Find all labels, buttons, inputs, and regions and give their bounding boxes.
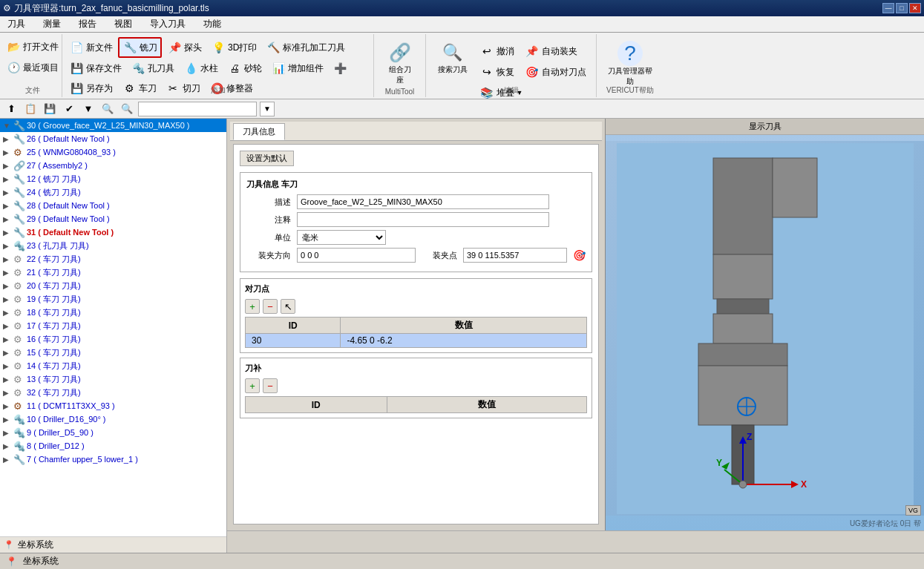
offset-remove-button[interactable]: − [263, 299, 278, 314]
tree-expand-15[interactable]: ▶ [3, 349, 13, 357]
undo-button[interactable]: ↩ 撤消 [476, 42, 518, 61]
tree-item-9[interactable]: ▶ 🔩 9 ( Driller_D5_90 ) [0, 426, 226, 439]
tree-expand-12[interactable]: ▶ [3, 175, 13, 183]
tree-item-14[interactable]: ▶ ⚙ 14 ( 车刀 刀具) [0, 359, 226, 372]
search-dropdown[interactable]: ▼ [260, 102, 275, 116]
title-bar-controls[interactable]: — □ ✕ [882, 3, 921, 13]
tree-expand-23[interactable]: ▶ [3, 242, 13, 250]
tree-expand-14[interactable]: ▶ [3, 362, 13, 370]
attach-target-icon[interactable]: 🎯 [573, 249, 586, 261]
tree-item-7[interactable]: ▶ 🔧 7 ( Chamfer upper_5 lower_1 ) [0, 453, 226, 466]
saveas-button[interactable]: 💾 另存为 [65, 79, 117, 98]
comp-remove-button[interactable]: − [263, 378, 278, 393]
tree-expand-25[interactable]: ▶ [3, 148, 13, 157]
probe-button[interactable]: 📌 探头 [163, 37, 206, 58]
redo-button[interactable]: ↪ 恢复 [476, 62, 518, 82]
orient-input[interactable] [297, 248, 416, 263]
close-button[interactable]: ✕ [909, 3, 921, 13]
tree-item-28[interactable]: ▶ 🔧 28 ( Default New Tool ) [0, 199, 226, 212]
tree-item-13[interactable]: ▶ ⚙ 13 ( 车刀 刀具) [0, 372, 226, 386]
menu-measure[interactable]: 测量 [39, 16, 65, 32]
tree-item-30[interactable]: ▼ 🔧 30 ( Groove_face_W2_L25_MIN30_MAX50 … [0, 119, 226, 132]
tree-expand-26[interactable]: ▶ [3, 135, 13, 143]
toolbar2-btn-1[interactable]: ⬆ [3, 101, 19, 117]
tree-item-26[interactable]: ▶ 🔧 26 ( Default New Tool ) [0, 132, 226, 145]
toolbar2-btn-4[interactable]: ✔ [61, 101, 77, 117]
tree-expand-31[interactable]: ▶ [3, 228, 13, 237]
menu-view[interactable]: 视图 [110, 16, 137, 32]
tree-expand-13[interactable]: ▶ [3, 375, 13, 384]
tree-expand-32[interactable]: ▶ [3, 389, 13, 397]
tree-expand-10[interactable]: ▶ [3, 415, 13, 424]
offset-add-button[interactable]: + [245, 299, 260, 314]
tree-item-23[interactable]: ▶ 🔩 23 ( 孔刀具 刀具) [0, 239, 226, 252]
tree-expand-22[interactable]: ▶ [3, 255, 13, 263]
menu-import[interactable]: 导入刀具 [145, 16, 190, 32]
lathe-tool-button[interactable]: ⚙ 车刀 [118, 79, 160, 98]
auto-offset-button[interactable]: 🎯 自动对刀点 [521, 62, 590, 82]
tree-expand-28[interactable]: ▶ [3, 202, 13, 210]
toolbar2-btn-5[interactable]: ▼ [80, 101, 96, 117]
tree-expand-11[interactable]: ▶ [3, 402, 13, 410]
toolbar2-btn-2[interactable]: 📋 [22, 101, 39, 117]
tree-item-18[interactable]: ▶ ⚙ 18 ( 车刀 刀具) [0, 306, 226, 319]
tree-expand-18[interactable]: ▶ [3, 309, 13, 317]
tree-item-8[interactable]: ▶ 🔩 8 ( Driller_D12 ) [0, 439, 226, 453]
offset-cursor-button[interactable]: ↖ [281, 299, 295, 314]
stack-button[interactable]: 📚 堆叠 ▼ [476, 83, 527, 102]
desc-input[interactable] [297, 194, 549, 209]
recent-items-button[interactable]: 🕐 最近项目 [2, 58, 62, 77]
auto-clamp-button[interactable]: 📌 自动装夹 [521, 42, 581, 61]
tree-item-25[interactable]: ▶ ⚙ 25 ( WNMG080408_93 ) [0, 145, 226, 159]
water-button[interactable]: 💧 水柱 [180, 59, 222, 78]
tree-expand-7[interactable]: ▶ [3, 455, 13, 464]
save-file-button[interactable]: 💾 保存文件 [65, 59, 125, 78]
attach-input[interactable] [463, 248, 567, 263]
tree-item-11[interactable]: ▶ ⚙ 11 ( DCMT11T3XX_93 ) [0, 399, 226, 412]
tree-expand-27[interactable]: ▶ [3, 162, 13, 170]
tree-item-27[interactable]: ▶ 🔗 27 ( Assembly2 ) [0, 159, 226, 172]
mill-tool-button[interactable]: 🔧 铣刀 [118, 37, 162, 58]
tree-expand-29[interactable]: ▶ [3, 215, 13, 223]
tab-tool-info[interactable]: 刀具信息 [233, 123, 285, 140]
cut-button[interactable]: ✂ 切刀 [162, 79, 204, 98]
toolbar2-btn-3[interactable]: 💾 [42, 101, 58, 117]
coordinate-system-section[interactable]: 📍 坐标系统 [0, 536, 226, 553]
tree-item-10[interactable]: ▶ 🔩 10 ( Driller_D16_90° ) [0, 412, 226, 426]
tree-expand-16[interactable]: ▶ [3, 335, 13, 343]
open-file-button[interactable]: 📂 打开文件 [2, 37, 62, 56]
tree-expand-24[interactable]: ▶ [3, 188, 13, 197]
new-file-button[interactable]: 📄 新文件 [65, 37, 117, 58]
tree-item-15[interactable]: ▶ ⚙ 15 ( 车刀 刀具) [0, 346, 226, 359]
comp-add-button[interactable]: + [245, 378, 260, 393]
offset-row-1[interactable]: 30 -4.65 0 -6.2 [246, 334, 587, 348]
tree-item-22[interactable]: ▶ ⚙ 22 ( 车刀 刀具) [0, 252, 226, 266]
dress-button[interactable]: 🔨 标准孔加工刀具 [262, 37, 349, 58]
minimize-button[interactable]: — [882, 3, 894, 13]
unit-select[interactable]: 毫米 英寸 [297, 230, 386, 245]
tree-item-20[interactable]: ▶ ⚙ 20 ( 车刀 刀具) [0, 279, 226, 292]
help-button[interactable]: ? 刀具管理器帮助 [603, 39, 658, 89]
tree-item-19[interactable]: ▶ ⚙ 19 ( 车刀 刀具) [0, 292, 226, 306]
set-default-button[interactable]: 设置为默认 [240, 151, 294, 166]
tree-expand-30[interactable]: ▼ [3, 122, 13, 130]
maximize-button[interactable]: □ [896, 3, 908, 13]
tree-item-31[interactable]: ▶ 🔧 31 ( Default New Tool ) [0, 226, 226, 239]
tree-expand-8[interactable]: ▶ [3, 442, 13, 450]
addcomp-button[interactable]: ➕ [329, 59, 353, 78]
tree-item-16[interactable]: ▶ ⚙ 16 ( 车刀 刀具) [0, 332, 226, 346]
menu-report[interactable]: 报告 [74, 16, 101, 32]
tree-expand-20[interactable]: ▶ [3, 282, 13, 290]
tree-expand-19[interactable]: ▶ [3, 295, 13, 303]
search-input[interactable] [138, 102, 257, 116]
tree-item-24[interactable]: ▶ 🔧 24 ( 铣刀 刀具) [0, 185, 226, 199]
polish-button[interactable]: 💡 3D打印 [207, 37, 261, 58]
tree-item-21[interactable]: ▶ ⚙ 21 ( 车刀 刀具) [0, 266, 226, 279]
tree-item-17[interactable]: ▶ ⚙ 17 ( 车刀 刀具) [0, 319, 226, 332]
menu-tool[interactable]: 刀具 [3, 16, 30, 32]
tree-expand-9[interactable]: ▶ [3, 429, 13, 437]
tree-expand-21[interactable]: ▶ [3, 269, 13, 277]
search-tool-button[interactable]: 🔍 搜索刀具 [433, 39, 473, 102]
combine-seat-button[interactable]: 🔗 组合刀座 [380, 39, 419, 88]
tree-item-29[interactable]: ▶ 🔧 29 ( Default New Tool ) [0, 212, 226, 226]
